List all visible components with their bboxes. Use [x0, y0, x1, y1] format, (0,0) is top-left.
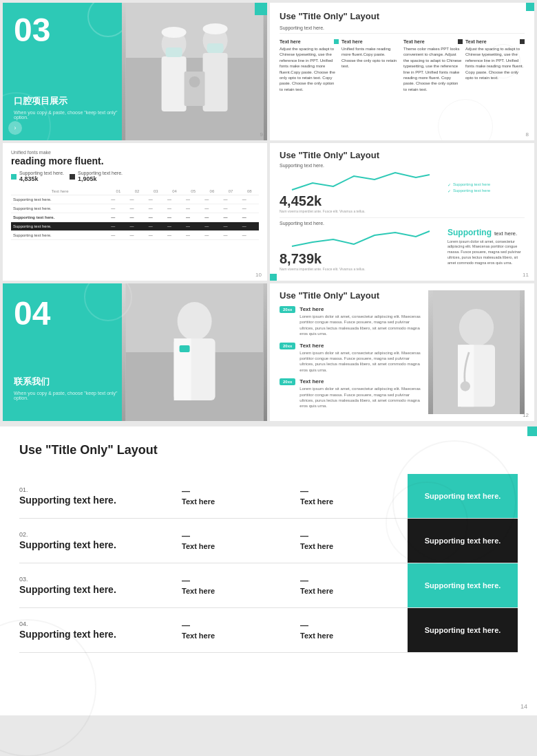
col-text-2: Theme color makes PPT looks convenient t… — [403, 46, 463, 92]
text-1a: Text here — [182, 497, 278, 506]
row-label-b1: Supporting text here. — [19, 495, 171, 506]
stat-sq-2 — [70, 174, 75, 180]
th-01: 01 — [109, 188, 127, 195]
col-item-0: Text here Adjust the spacing to adapt to… — [280, 39, 339, 92]
chart-line-1 — [280, 169, 442, 193]
dash-1a: — — [182, 486, 278, 496]
table-row-dark: Supporting text here. ———————— — [11, 222, 259, 231]
check-icon-2: ✓ — [448, 188, 451, 193]
col-text-1: Unified fonts make reading more fluent.C… — [341, 46, 401, 69]
svg-rect-18 — [179, 345, 189, 352]
row-label-1: Supporting text here. — [11, 195, 109, 204]
data-table: Text here 01 02 03 04 05 06 07 08 Suppor… — [11, 188, 259, 240]
row-mid2-4: — Text here — [289, 614, 408, 647]
chart-sup-2: Supporting text here. — [280, 221, 442, 226]
check-label-1: Supporting text here — [453, 182, 490, 186]
slide-5-image — [122, 283, 267, 421]
chart-val-2: 8,739k — [280, 251, 442, 267]
chart-section-1: Supporting text here. 4,452k Nam viverra… — [280, 163, 525, 213]
accent-body: Lorem ipsum dolor sit amet, consectetur … — [448, 239, 525, 266]
slide-6-right — [428, 290, 525, 414]
svg-point-9 — [202, 23, 227, 34]
th-02: 02 — [128, 188, 147, 195]
check-icon-1: ✓ — [448, 182, 451, 187]
slide-5-subtitle: When you copy & paste, choose "keep text… — [14, 391, 122, 400]
text-1b: Text here — [300, 497, 397, 506]
col-label-0: Text here — [280, 39, 301, 44]
slide-1-page: 9 — [260, 131, 263, 138]
col-sq-3 — [520, 39, 525, 44]
row-mid1-4: — Text here — [171, 614, 289, 647]
chart-sup-1: Supporting text here. — [280, 163, 442, 168]
slide-1-teal-panel: 03 口腔项目展示 When you copy & paste, choose … — [3, 3, 122, 140]
text-2a: Text here — [182, 542, 278, 550]
chart-sub-1: Nam viverra imperdiet ante. Fusce elit. … — [280, 209, 442, 213]
table-body: Supporting text here. ———————— Supportin… — [11, 195, 259, 240]
slide-1-image — [122, 3, 267, 140]
accent-word: Supporting — [448, 228, 492, 237]
chart-line-2 — [280, 227, 442, 251]
badge-1: 20xx — [280, 306, 295, 313]
right-label-4: Supporting text here. — [425, 626, 501, 634]
th-06: 06 — [202, 188, 221, 195]
chart-val-1: 4,452k — [280, 193, 442, 209]
svg-rect-22 — [458, 345, 474, 407]
accent-text: Supporting text here. — [448, 226, 525, 237]
slide-5-img — [122, 283, 267, 421]
slide-5-bottom: 联系我们 When you copy & paste, choose "keep… — [14, 362, 122, 400]
timeline-item-1: 20xx Text here Lorem ipsum dolor sit ame… — [280, 306, 423, 337]
col-label-1: Text here — [341, 39, 363, 44]
text-2b: Text here — [300, 542, 397, 550]
item-title-1: Text here — [299, 306, 423, 312]
slide-2-supporting: Supporting text here. — [280, 25, 525, 34]
bottom-decor-2 — [386, 482, 468, 564]
th-05: 05 — [184, 188, 202, 195]
timeline-item-2: 20xx Text here Lorem ipsum dolor sit ame… — [280, 343, 423, 374]
svg-point-20 — [459, 309, 494, 346]
accent-rest: text here. — [494, 230, 517, 237]
row-label-2: Supporting text here. — [11, 204, 109, 213]
th-04: 04 — [165, 188, 184, 195]
dash-2b: — — [300, 531, 397, 541]
item-title-2: Text here — [299, 343, 423, 349]
stat-info-1: Supporting text here. 4,835k — [19, 171, 64, 182]
col-label-2: Text here — [403, 39, 425, 44]
decor-2a — [486, 44, 520, 78]
table-head: Text here 01 02 03 04 05 06 07 08 — [11, 188, 259, 195]
badge-2: 20xx — [280, 343, 295, 349]
slide-4: Use "Title Only" Layout Supporting text … — [270, 143, 534, 281]
item-content-2: Text here Lorem ipsum dolor sit amet, co… — [299, 343, 423, 374]
slide-6-img — [428, 290, 525, 414]
table-row: Supporting text here. ———————— — [11, 195, 259, 204]
table-row: Supporting text here. ———————— — [11, 204, 259, 213]
bottom-row-3: 03. Supporting text here. — Text here — … — [19, 563, 518, 608]
stat-label-2: Supporting text here. — [78, 171, 123, 175]
row-label-b3: Supporting text here. — [19, 584, 171, 595]
th-07: 07 — [222, 188, 240, 195]
row-num-3: 03. — [19, 576, 171, 583]
text-3b: Text here — [300, 587, 397, 595]
slide-5-svg — [122, 283, 267, 421]
bottom-page: 14 — [520, 703, 527, 710]
table-header-row: Text here 01 02 03 04 05 06 07 08 — [11, 188, 259, 195]
svg-point-8 — [161, 27, 186, 38]
text-4b: Text here — [300, 631, 397, 640]
slide-1-svg — [122, 3, 267, 140]
dash-3b: — — [300, 576, 397, 585]
col-sq-0 — [334, 39, 339, 44]
slide-1-img-placeholder — [122, 3, 267, 140]
slide-1-arrow[interactable]: › — [8, 121, 22, 135]
svg-point-11 — [189, 76, 200, 87]
item-text-3: Lorem ipsum dolor sit amet, consectetur … — [299, 386, 423, 409]
slide-6: Use "Title Only" Layout 20xx Text here L… — [270, 283, 534, 421]
row-mid1-2: — Text here — [171, 524, 289, 557]
slide-3-stats: Supporting text here. 4,835k Supporting … — [11, 171, 259, 182]
col-text-0: Adjust the spacing to adapt to Chinese t… — [280, 46, 339, 92]
svg-rect-3 — [161, 56, 186, 111]
check-label-2: Supporting text here — [453, 188, 490, 193]
bottom-row-4: 04. Supporting text here. — Text here — … — [19, 608, 518, 653]
dash-3a: — — [182, 576, 278, 585]
dash-4a: — — [182, 620, 278, 630]
svg-rect-7 — [207, 43, 223, 53]
row-mid1-1: — Text here — [171, 479, 289, 512]
